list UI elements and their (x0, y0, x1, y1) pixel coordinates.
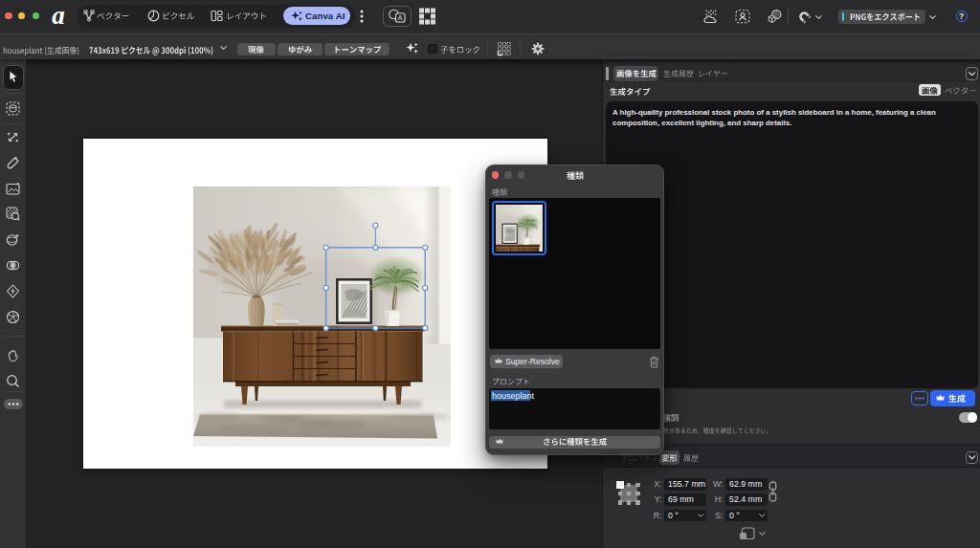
svg-text:A: A (398, 14, 403, 21)
